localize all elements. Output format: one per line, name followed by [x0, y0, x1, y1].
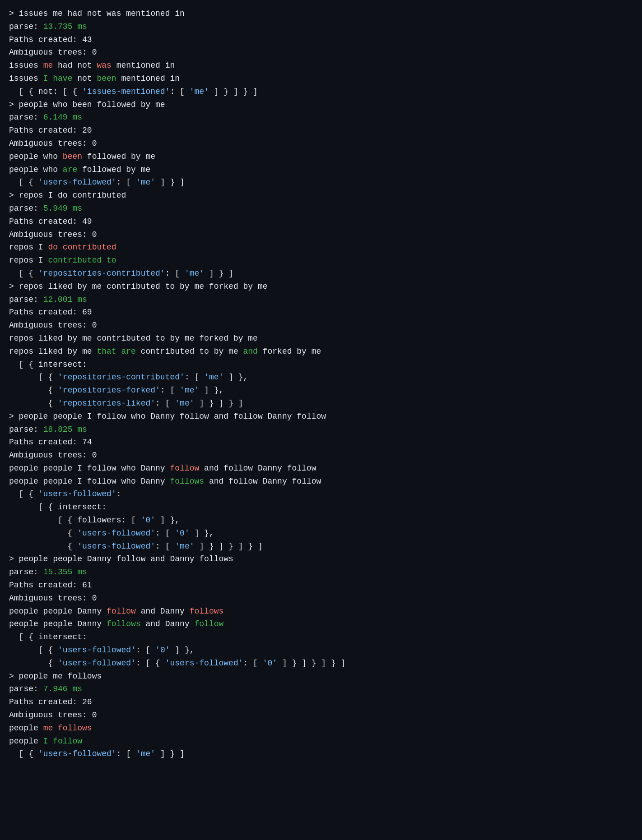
output-line: { 'users-followed': [ { 'users-followed'…: [9, 657, 633, 670]
output-line: people I follow: [9, 735, 633, 748]
output-line: repos I do contributed: [9, 241, 633, 254]
output-line: repos liked by me contributed to by me f…: [9, 332, 633, 345]
output-line: [ { not: [ { 'issues-mentioned': [ 'me' …: [9, 85, 633, 98]
output-line: repos I contributed to: [9, 254, 633, 267]
prompt-line: > people me follows: [9, 670, 633, 683]
output-line: people me follows: [9, 722, 633, 735]
prompt-line: > people people Danny follow and Danny f…: [9, 553, 633, 566]
output-line: { 'repositories-liked': [ 'me' ] } ] } ]: [9, 397, 633, 410]
output-line: Paths created: 49: [9, 215, 633, 228]
output-line: [ { 'users-followed': [ 'me' ] } ]: [9, 748, 633, 761]
output-line: [ { 'repositories-contributed': [ 'me' ]…: [9, 371, 633, 384]
output-line: Paths created: 43: [9, 33, 633, 46]
output-line: parse: 18.825 ms: [9, 423, 633, 436]
output-line: [ { followers: [ '0' ] },: [9, 514, 633, 527]
output-line: parse: 5.949 ms: [9, 202, 633, 215]
output-line: [ { intersect:: [9, 631, 633, 644]
output-line: Ambiguous trees: 0: [9, 228, 633, 241]
terminal: > issues me had not was mentioned inpars…: [9, 7, 633, 761]
output-line: people people I follow who Danny follows…: [9, 475, 633, 488]
prompt-line: > people who been followed by me: [9, 98, 633, 111]
output-line: people who been followed by me: [9, 150, 633, 163]
output-line: [ { 'users-followed':: [9, 488, 633, 501]
output-line: Paths created: 26: [9, 696, 633, 709]
output-line: people people Danny follow and Danny fol…: [9, 605, 633, 618]
prompt-line: > repos liked by me contributed to by me…: [9, 280, 633, 293]
output-line: Ambiguous trees: 0: [9, 137, 633, 150]
output-line: parse: 6.149 ms: [9, 111, 633, 124]
output-line: { 'repositories-forked': [ 'me' ] },: [9, 384, 633, 397]
output-line: Paths created: 69: [9, 306, 633, 319]
output-line: issues me had not was mentioned in: [9, 59, 633, 72]
output-line: [ { intersect:: [9, 501, 633, 514]
output-line: people who are followed by me: [9, 163, 633, 176]
output-line: repos liked by me that are contributed t…: [9, 345, 633, 358]
output-line: people people I follow who Danny follow …: [9, 462, 633, 475]
output-line: Ambiguous trees: 0: [9, 449, 633, 462]
prompt-line: > repos I do contributed: [9, 189, 633, 202]
output-line: Paths created: 74: [9, 436, 633, 449]
output-line: [ { 'users-followed': [ '0' ] },: [9, 644, 633, 657]
output-line: Ambiguous trees: 0: [9, 592, 633, 605]
output-line: people people Danny follows and Danny fo…: [9, 618, 633, 631]
output-line: parse: 7.946 ms: [9, 683, 633, 696]
output-line: [ { intersect:: [9, 358, 633, 371]
output-line: Ambiguous trees: 0: [9, 709, 633, 722]
output-line: { 'users-followed': [ '0' ] },: [9, 527, 633, 540]
output-line: Ambiguous trees: 0: [9, 46, 633, 59]
output-line: Ambiguous trees: 0: [9, 319, 633, 332]
output-line: parse: 12.001 ms: [9, 293, 633, 306]
output-line: issues I have not been mentioned in: [9, 72, 633, 85]
output-line: parse: 15.355 ms: [9, 566, 633, 579]
output-line: [ { 'repositories-contributed': [ 'me' ]…: [9, 267, 633, 280]
output-line: { 'users-followed': [ 'me' ] } ] } ] } ]: [9, 540, 633, 553]
output-line: parse: 13.735 ms: [9, 20, 633, 33]
output-line: Paths created: 61: [9, 579, 633, 592]
prompt-line: > issues me had not was mentioned in: [9, 7, 633, 20]
output-line: [ { 'users-followed': [ 'me' ] } ]: [9, 176, 633, 189]
output-line: Paths created: 20: [9, 124, 633, 137]
prompt-line: > people people I follow who Danny follo…: [9, 410, 633, 423]
